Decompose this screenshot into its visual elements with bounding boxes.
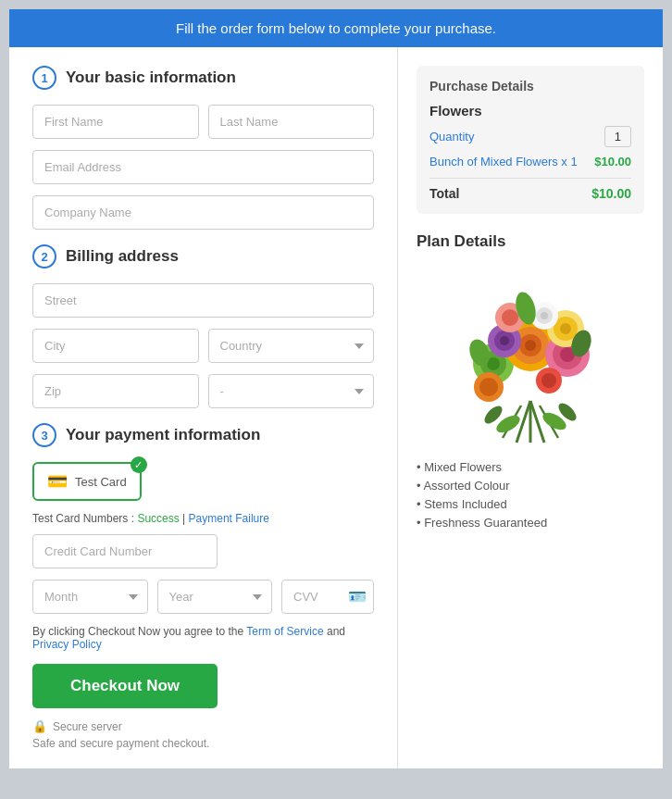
privacy-link[interactable]: Privacy Policy [32,638,102,651]
svg-point-30 [541,373,556,388]
company-row [32,195,374,230]
main-content: 1 Your basic information 2 Billing add [9,47,663,768]
section1-header: 1 Your basic information [32,66,374,90]
credit-card-input[interactable] [32,534,218,568]
terms-link[interactable]: Term of Service [246,625,323,638]
credit-card-row [32,534,374,568]
email-row [32,150,374,184]
right-panel: Purchase Details Flowers Quantity 1 Bunc… [398,47,663,768]
street-input[interactable] [32,283,374,318]
feature-3: Stems Included [417,497,644,511]
month-select[interactable]: Month 010203 040506 070809 101112 [32,580,148,614]
svg-point-26 [479,378,498,396]
item-price: $10.00 [594,155,631,169]
cvv-card-icon: 🪪 [348,588,367,605]
flower-svg [438,262,623,447]
plan-details: Plan Details [417,232,644,530]
feature-1: Mixed Flowers [417,460,644,474]
total-label: Total [429,186,459,201]
step3-circle: 3 [32,423,56,447]
first-name-input[interactable] [32,105,199,139]
svg-point-15 [525,340,536,351]
secure-label: Secure server [53,720,122,733]
feature-4: Freshness Guaranteed [417,516,644,530]
check-badge: ✓ [131,456,147,473]
purchase-details-box: Purchase Details Flowers Quantity 1 Bunc… [417,66,644,214]
quantity-label: Quantity [429,130,474,144]
email-input[interactable] [32,150,374,184]
failure-link[interactable]: Payment Failure [189,512,269,525]
item-row: Bunch of Mixed Flowers x 1 $10.00 [429,155,631,169]
city-country-row: Country [32,329,374,363]
total-value: $10.00 [591,186,631,201]
top-banner: Fill the order form below to complete yo… [9,9,663,47]
country-select[interactable]: Country [208,329,375,363]
quantity-row: Quantity 1 [429,126,631,147]
plan-details-title: Plan Details [417,232,644,251]
street-row [32,283,374,318]
card-label: Test Card [75,475,127,489]
step1-circle: 1 [32,66,56,90]
terms-text: By clicking Checkout Now you agree to th… [32,625,374,651]
page-wrapper: Fill the order form below to complete yo… [9,9,663,768]
purchase-title: Purchase Details [429,79,631,94]
section1-title: Your basic information [66,69,236,87]
svg-point-33 [541,312,548,319]
feature-2: Assorted Colour [417,479,644,493]
banner-text: Fill the order form below to complete yo… [176,20,496,36]
city-input[interactable] [32,329,199,363]
company-input[interactable] [32,195,374,230]
flowers-heading: Flowers [429,103,631,119]
secure-info: 🔒 Secure server [32,719,374,733]
safe-text: Safe and secure payment checkout. [32,737,374,750]
state-select[interactable]: - [208,374,375,408]
zip-state-row: - [32,374,374,408]
section2-header: 2 Billing address [32,244,374,268]
success-link[interactable]: Success [137,512,179,525]
total-row: Total $10.00 [429,178,631,201]
card-option[interactable]: 💳 Test Card ✓ [32,462,142,501]
svg-line-2 [530,401,544,443]
step2-circle: 2 [32,244,56,268]
quantity-value: 1 [604,126,631,147]
card-icon: 💳 [47,471,68,492]
svg-point-24 [560,323,571,334]
expiry-cvv-row: Month 010203 040506 070809 101112 Year 2… [32,580,374,614]
item-name: Bunch of Mixed Flowers x 1 [429,155,578,169]
section2-title: Billing address [66,247,179,266]
name-row [32,105,374,139]
lock-icon: 🔒 [32,719,47,733]
svg-point-28 [502,309,518,326]
last-name-input[interactable] [208,105,375,139]
plan-features: Mixed Flowers Assorted Colour Stems Incl… [417,460,644,530]
zip-input[interactable] [32,374,199,408]
test-card-info: Test Card Numbers : Success | Payment Fa… [32,512,374,525]
left-panel: 1 Your basic information 2 Billing add [9,47,398,768]
section3-title: Your payment information [66,426,260,444]
flower-image [438,262,623,447]
checkout-button[interactable]: Checkout Now [32,664,218,708]
section3-header: 3 Your payment information [32,423,374,447]
year-select[interactable]: Year 202420252026 20272028 [157,580,273,614]
svg-point-21 [500,336,509,345]
